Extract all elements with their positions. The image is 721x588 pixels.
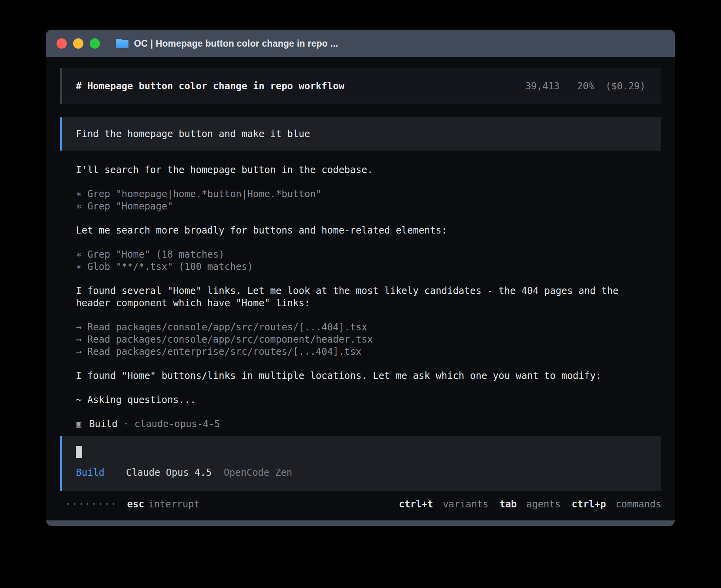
session-title: # Homepage button color change in repo w… bbox=[76, 80, 344, 92]
tool-call-line: ∗ Grep "Home" (18 matches) bbox=[76, 249, 661, 261]
user-message-text: Find the homepage button and make it blu… bbox=[76, 128, 310, 140]
keybind-label: commands bbox=[615, 499, 661, 510]
user-message: Find the homepage button and make it blu… bbox=[60, 117, 661, 151]
traffic-lights bbox=[57, 38, 100, 49]
zoom-button[interactable] bbox=[90, 38, 100, 49]
tool-call-line: ∗ Grep "Homepage" bbox=[76, 200, 661, 213]
tool-call-line: → Read packages/console/app/src/routes/[… bbox=[76, 321, 661, 334]
keybind-key: tab bbox=[500, 499, 517, 510]
keybind-hint-agents: tab agents bbox=[500, 498, 561, 511]
tool-call-line: ∗ Glob "**/*.tsx" (100 matches) bbox=[76, 261, 661, 273]
window-titlebar: OC | Homepage button color change in rep… bbox=[46, 30, 675, 57]
prompt-input[interactable]: Build Claude Opus 4.5 OpenCode Zen bbox=[60, 436, 661, 491]
terminal-content: # Homepage button color change in repo w… bbox=[46, 57, 675, 520]
esc-key-hint: esc bbox=[127, 498, 144, 511]
assistant-message: I'll search for the homepage button in t… bbox=[76, 164, 651, 176]
session-header: # Homepage button color change in repo w… bbox=[60, 68, 661, 104]
tool-call-group: → Read packages/console/app/src/routes/[… bbox=[76, 321, 661, 358]
agent-name: Build bbox=[89, 418, 117, 430]
spinner-dots: ········ bbox=[65, 498, 117, 511]
session-stats: 39,413 20% ($0.29) bbox=[525, 80, 646, 92]
provider-label: OpenCode Zen bbox=[224, 467, 292, 478]
window-title: OC | Homepage button color change in rep… bbox=[134, 38, 338, 49]
tool-call-line: → Read packages/enterprise/src/routes/[.… bbox=[76, 346, 661, 358]
close-button[interactable] bbox=[57, 38, 67, 49]
status-right: ctrl+t variants tab agents ctrl+p comman… bbox=[399, 498, 661, 511]
context-percent: 20% bbox=[577, 81, 594, 92]
tool-call-group: ∗ Grep "homepage|home.*button|Home.*butt… bbox=[76, 188, 661, 213]
tool-call-group: ∗ Grep "Home" (18 matches) ∗ Glob "**/*.… bbox=[76, 249, 661, 273]
agent-status-line: ▣ Build · claude-opus-4-5 bbox=[76, 418, 661, 430]
folder-icon bbox=[116, 39, 128, 48]
assistant-message: Let me search more broadly for buttons a… bbox=[76, 224, 651, 237]
keybind-label: variants bbox=[443, 499, 489, 510]
input-meta: Build Claude Opus 4.5 OpenCode Zen bbox=[76, 467, 647, 479]
agent-model: claude-opus-4-5 bbox=[134, 418, 220, 430]
keybind-hint-commands: ctrl+p commands bbox=[572, 498, 661, 511]
status-bar: ········ esc interrupt ctrl+t variants t… bbox=[60, 498, 661, 511]
keybind-key: ctrl+p bbox=[572, 499, 606, 510]
model-label: Claude Opus 4.5 bbox=[126, 467, 212, 478]
agent-mode-label[interactable]: Build bbox=[76, 467, 104, 478]
status-left: ········ esc interrupt bbox=[65, 498, 200, 511]
minimize-button[interactable] bbox=[73, 38, 83, 49]
esc-key-label: interrupt bbox=[148, 498, 200, 511]
text-cursor bbox=[76, 446, 82, 458]
agent-badge-icon: ▣ bbox=[76, 418, 81, 430]
assistant-message: I found several "Home" links. Let me loo… bbox=[76, 285, 651, 309]
working-status: ~ Asking questions... bbox=[76, 394, 651, 406]
conversation: I'll search for the homepage button in t… bbox=[60, 164, 661, 430]
keybind-key: ctrl+t bbox=[399, 499, 433, 510]
assistant-message: I found "Home" buttons/links in multiple… bbox=[76, 370, 651, 382]
desktop-background: { "window": { "title": "OC | Homepage bu… bbox=[0, 0, 721, 588]
tool-call-line: → Read packages/console/app/src/componen… bbox=[76, 334, 661, 346]
tool-call-line: ∗ Grep "homepage|home.*button|Home.*butt… bbox=[76, 188, 661, 200]
agent-separator: · bbox=[123, 418, 129, 430]
terminal-window: OC | Homepage button color change in rep… bbox=[46, 30, 675, 526]
session-cost: ($0.29) bbox=[606, 81, 646, 92]
keybind-hint-variants: ctrl+t variants bbox=[399, 498, 489, 511]
keybind-label: agents bbox=[527, 499, 561, 510]
token-count: 39,413 bbox=[525, 81, 560, 92]
